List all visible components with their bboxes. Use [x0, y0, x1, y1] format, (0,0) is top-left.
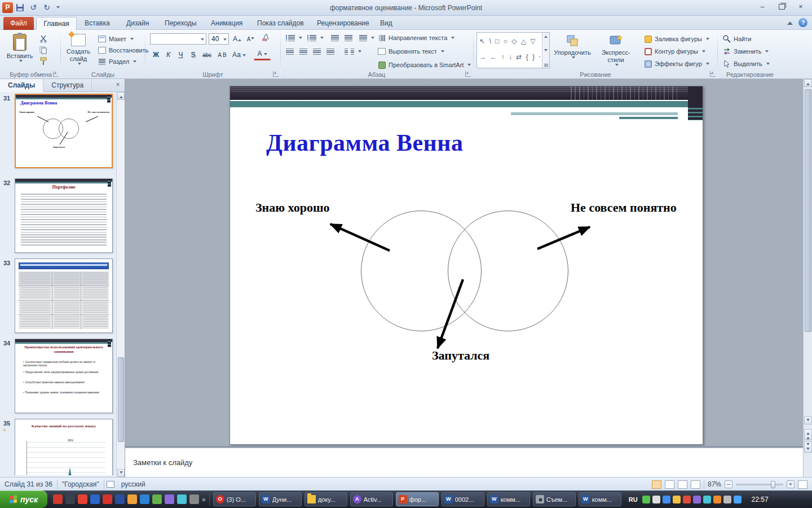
taskbar-button-powerpoint[interactable]: P фор... [396, 492, 439, 506]
section-button[interactable]: Раздел [96, 56, 138, 67]
taskbar-button-6[interactable]: W 0002... [442, 492, 484, 506]
tray-icon-8[interactable] [713, 496, 721, 503]
text-direction-button[interactable]: Направление текста [376, 32, 456, 43]
tray-icon-4[interactable] [673, 496, 681, 503]
clipboard-dialog-launcher[interactable] [53, 71, 59, 77]
slide-thumbnail-35[interactable]: Качество знаний по русскому языку 80% [15, 419, 113, 475]
venn-label-left[interactable]: Знаю хорошо [255, 200, 330, 215]
taskbar-button-1[interactable]: O (3) О... [213, 492, 256, 506]
numbering-button[interactable] [306, 32, 325, 43]
font-color-button[interactable]: А [254, 49, 271, 60]
shape-outline-button[interactable]: Контур фигуры [642, 46, 707, 57]
tray-icon-6[interactable] [693, 496, 701, 503]
clear-formatting-button[interactable] [259, 33, 271, 45]
theme-name[interactable]: "Городская" [58, 480, 104, 488]
tab-transitions[interactable]: Переходы [159, 17, 202, 30]
clock[interactable]: 22:57 [747, 496, 773, 503]
notes-pane[interactable]: Заметки к слайду [125, 448, 803, 477]
tray-icon-10[interactable] [734, 496, 742, 503]
underline-button[interactable]: Ч [175, 49, 187, 60]
tray-icon-9[interactable] [723, 496, 731, 503]
paste-button[interactable]: Вставить [5, 32, 35, 69]
find-button[interactable]: Найти [721, 33, 753, 45]
quick-launch-icon-12[interactable] [189, 494, 199, 504]
quick-launch-icon-2[interactable] [65, 494, 75, 504]
italic-button[interactable]: К [162, 49, 174, 60]
zoom-slider-thumb[interactable] [771, 481, 775, 488]
taskbar-button-4[interactable]: A Activ... [350, 492, 393, 506]
shapes-scroll-down-icon[interactable] [544, 49, 548, 53]
slide-canvas[interactable]: Диаграмма Венна Знаю хорошо Не совсем по… [230, 86, 703, 445]
quick-launch-icon-5[interactable] [103, 494, 112, 504]
taskbar-button-3[interactable]: доку... [304, 492, 347, 506]
tab-view[interactable]: Вид [374, 17, 398, 30]
format-painter-button[interactable] [37, 56, 50, 67]
quick-launch-icon-8[interactable] [140, 494, 149, 504]
editor-scrollbar[interactable] [803, 79, 812, 477]
shapes-row-2[interactable]: → ← ↑ ↓ ⇄ { } + [479, 50, 540, 64]
venn-circle-right[interactable] [448, 211, 568, 331]
slide-thumbnail-34[interactable]: Преимущество использования критериальног… [15, 339, 113, 413]
taskbar-button-9[interactable]: W комм... [579, 492, 621, 506]
restore-button[interactable] [774, 2, 789, 12]
quick-launch-icon-4[interactable] [90, 494, 100, 504]
taskbar-button-7[interactable]: W комм... [487, 492, 530, 506]
quick-launch-icon-9[interactable] [152, 494, 162, 504]
shapes-scroll-up-icon[interactable] [544, 34, 548, 38]
columns-button[interactable] [343, 46, 363, 57]
align-center-button[interactable] [298, 46, 309, 57]
bullets-button[interactable] [284, 32, 304, 43]
justify-button[interactable] [325, 46, 336, 57]
zoom-out-button[interactable]: – [725, 480, 732, 488]
scroll-down-button[interactable] [804, 417, 812, 424]
language-indicator[interactable]: русский [117, 480, 150, 488]
close-panel-icon[interactable]: × [113, 81, 122, 90]
tray-icon-1[interactable] [642, 496, 650, 503]
text-shadow-button[interactable]: S [187, 49, 199, 60]
convert-smartart-button[interactable]: Преобразовать в SmartArt [376, 59, 473, 71]
quick-launch-icon-3[interactable] [78, 494, 87, 504]
quick-launch-icon-7[interactable] [127, 494, 137, 504]
tab-slideshow[interactable]: Показ слайдов [251, 17, 310, 30]
select-button[interactable]: Выделить [721, 58, 771, 69]
venn-label-bottom[interactable]: Запутался [432, 348, 489, 363]
quick-launch-icon-10[interactable] [165, 494, 174, 504]
tab-insert[interactable]: Вставка [79, 17, 116, 30]
tray-icon-5[interactable] [683, 496, 691, 503]
shrink-font-button[interactable]: А [245, 33, 257, 45]
quick-launch-icon-6[interactable] [115, 494, 125, 504]
drawing-dialog-launcher[interactable] [710, 71, 716, 77]
scroll-up-button[interactable] [804, 79, 812, 87]
quick-launch-overflow-icon[interactable]: » [202, 496, 206, 503]
minimize-ribbon-icon[interactable] [787, 19, 793, 25]
arrange-button[interactable]: Упорядочить [554, 32, 591, 69]
tray-icon-2[interactable] [652, 496, 660, 503]
panel-scrollbar[interactable] [116, 92, 125, 477]
line-spacing-button[interactable] [358, 32, 376, 43]
change-case-button[interactable]: Аа [231, 49, 247, 60]
fit-to-window-button[interactable] [798, 480, 807, 489]
zoom-slider[interactable] [736, 484, 783, 485]
tab-file[interactable]: Файл [3, 17, 34, 30]
tab-slides-panel[interactable]: Слайды [0, 79, 43, 92]
shapes-row-1[interactable]: ↖ \ □ ○ ◇ △ ▽ ☆ [479, 34, 540, 49]
align-right-button[interactable] [311, 46, 323, 57]
shape-effects-button[interactable]: Эффекты фигур [642, 58, 711, 69]
minimize-button[interactable]: – [754, 2, 770, 12]
quick-styles-button[interactable]: Экспресс-стили [593, 32, 638, 69]
tab-outline-panel[interactable]: Структура [43, 79, 92, 92]
scroll-thumb[interactable] [805, 89, 811, 332]
font-dialog-launcher[interactable] [273, 71, 279, 77]
align-text-button[interactable]: Выровнять текст [376, 46, 446, 57]
panel-scroll-thumb[interactable] [118, 357, 124, 442]
view-normal-button[interactable] [652, 480, 661, 489]
next-slide-button[interactable] [804, 441, 812, 453]
reset-button[interactable]: Восстановить [96, 45, 150, 56]
view-reading-button[interactable] [678, 480, 687, 489]
strikethrough-button[interactable]: abc [200, 49, 214, 60]
align-left-button[interactable] [284, 46, 295, 57]
tray-icon-7[interactable] [703, 496, 711, 503]
taskbar-button-2[interactable]: W Дуни... [259, 492, 302, 506]
tab-design[interactable]: Дизайн [121, 17, 155, 30]
previous-slide-button[interactable] [804, 429, 812, 440]
